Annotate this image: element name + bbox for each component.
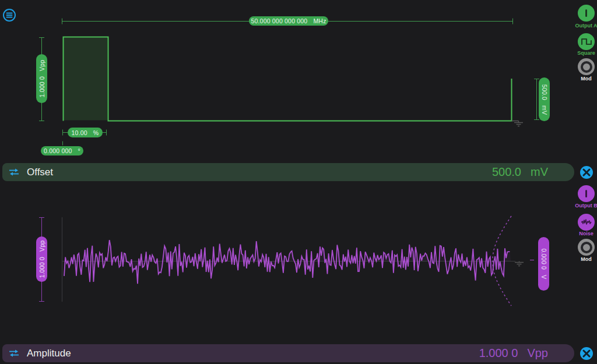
- phase-unit: °: [78, 147, 80, 154]
- waveform-a-button[interactable]: [578, 33, 595, 50]
- offset-bar[interactable]: Offset 500.0 mV: [2, 163, 574, 181]
- amplitude-b-value: 1.000 0: [38, 257, 45, 278]
- tools-icon: [580, 347, 594, 361]
- signal-generator-app: 50.000 000 000 000 MHz 1.000 0 Vpp 500.0…: [0, 0, 597, 364]
- amplitude-bar-title: Amplitude: [27, 348, 71, 359]
- offset-b-value: 0.000 0: [540, 249, 547, 270]
- offset-pill-a[interactable]: 500.0 mV: [539, 77, 550, 121]
- noise-waveform-trace: [64, 240, 510, 284]
- swap-arrows-icon[interactable]: [8, 349, 20, 358]
- offset-a-value: 500.0: [541, 84, 548, 100]
- waveform-plots: [0, 0, 597, 364]
- mod-b-label: Mod: [573, 256, 597, 262]
- waveform-b-label: Noise: [573, 231, 597, 236]
- amplitude-bar[interactable]: Amplitude 1.000 0 Vpp: [2, 344, 574, 362]
- offset-b-unit: V: [540, 275, 547, 279]
- amplitude-bar-value: 1.000 0 Vpp: [479, 347, 548, 360]
- noise-wave-icon: [581, 218, 592, 226]
- waveform-a-label: Square: [573, 50, 597, 56]
- offset-settings-button[interactable]: [580, 165, 594, 179]
- mod-ring-icon: [581, 242, 592, 253]
- amplitude-settings-button[interactable]: [580, 347, 594, 361]
- mod-ring-icon: [581, 61, 592, 73]
- mod-b-button[interactable]: [578, 239, 595, 256]
- swap-arrows-icon[interactable]: [8, 168, 20, 176]
- duty-cycle-unit: %: [93, 129, 99, 136]
- amplitude-bar-unit: Vpp: [527, 347, 548, 360]
- frequency-value: 50.000 000 000 000: [251, 17, 307, 24]
- output-b-button[interactable]: [578, 185, 595, 202]
- amplitude-b-unit: Vpp: [38, 241, 45, 252]
- main-menu-button[interactable]: [2, 8, 17, 23]
- channel-b-plot: [39, 216, 534, 306]
- amplitude-pill-a[interactable]: 1.000 0 Vpp: [36, 54, 47, 103]
- output-a-button[interactable]: [578, 5, 595, 22]
- offset-bar-unit: mV: [531, 165, 548, 179]
- frequency-pill[interactable]: 50.000 000 000 000 MHz: [249, 16, 328, 26]
- amplitude-a-unit: Vpp: [38, 60, 45, 71]
- output-a-label: Output A: [573, 23, 597, 29]
- duty-cycle-pill[interactable]: 10.00 %: [68, 128, 103, 137]
- offset-bar-number: 500.0: [492, 165, 521, 179]
- mod-a-label: Mod: [573, 76, 597, 82]
- phase-value: 0.000 000: [44, 147, 72, 154]
- amplitude-bar-number: 1.000 0: [479, 347, 518, 360]
- tools-icon: [580, 165, 594, 179]
- ground-symbol-a: [512, 121, 524, 126]
- frequency-unit: MHz: [313, 17, 326, 24]
- power-icon: [585, 9, 587, 17]
- square-waveform-trace: [64, 37, 512, 121]
- offset-bar-value: 500.0 mV: [492, 165, 548, 179]
- offset-a-unit: mV: [541, 105, 548, 115]
- ground-symbol-b: [515, 261, 524, 266]
- hamburger-menu-icon: [2, 8, 17, 23]
- offset-pill-b[interactable]: 0.000 0 V: [538, 237, 549, 291]
- phase-pill[interactable]: 0.000 000 °: [41, 146, 83, 156]
- square-wave-icon: [581, 37, 592, 46]
- waveform-b-button[interactable]: [578, 214, 595, 231]
- amplitude-pill-b[interactable]: 1.000 0 Vpp: [36, 236, 47, 282]
- amplitude-a-value: 1.000 0: [38, 76, 45, 97]
- power-icon: [585, 190, 587, 197]
- output-b-label: Output B: [573, 203, 597, 208]
- channel-a-plot: [39, 19, 539, 146]
- mod-a-button[interactable]: [578, 58, 595, 75]
- offset-bar-title: Offset: [27, 167, 53, 178]
- duty-cycle-value: 10.00: [72, 129, 87, 136]
